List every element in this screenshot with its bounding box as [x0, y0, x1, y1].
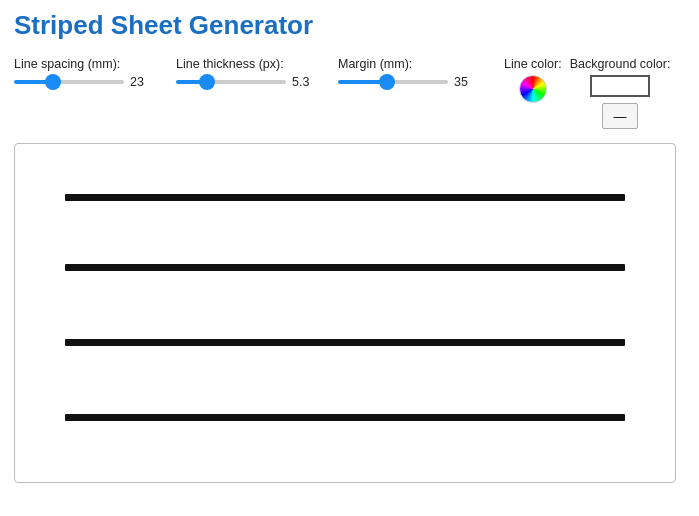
stripe-line-2	[65, 264, 625, 271]
line-thickness-value: 5.3	[292, 75, 320, 89]
page-title: Striped Sheet Generator	[14, 10, 685, 41]
margin-slider[interactable]	[338, 80, 448, 84]
controls-row: Line spacing (mm): 23 Line thickness (px…	[14, 57, 685, 129]
stripe-line-1	[65, 194, 625, 201]
line-spacing-group: Line spacing (mm): 23	[14, 57, 158, 89]
preview-area	[14, 143, 676, 483]
line-spacing-label: Line spacing (mm):	[14, 57, 120, 71]
line-thickness-label: Line thickness (px):	[176, 57, 284, 71]
background-color-group: Background color: —	[570, 57, 671, 129]
background-color-picker[interactable]	[590, 75, 650, 97]
line-color-picker[interactable]	[519, 75, 547, 103]
background-color-label: Background color:	[570, 57, 671, 71]
margin-label: Margin (mm):	[338, 57, 412, 71]
line-color-group: Line color:	[504, 57, 562, 103]
line-spacing-slider[interactable]	[14, 80, 124, 84]
line-thickness-slider[interactable]	[176, 80, 286, 84]
line-spacing-value: 23	[130, 75, 158, 89]
margin-value: 35	[454, 75, 482, 89]
line-thickness-group: Line thickness (px): 5.3	[176, 57, 320, 89]
line-color-label: Line color:	[504, 57, 562, 71]
stripe-line-3	[65, 339, 625, 346]
margin-group: Margin (mm): 35	[338, 57, 482, 89]
colors-section: Line color: Background color: —	[504, 57, 670, 129]
stripe-line-4	[65, 414, 625, 421]
download-button[interactable]: —	[602, 103, 638, 129]
